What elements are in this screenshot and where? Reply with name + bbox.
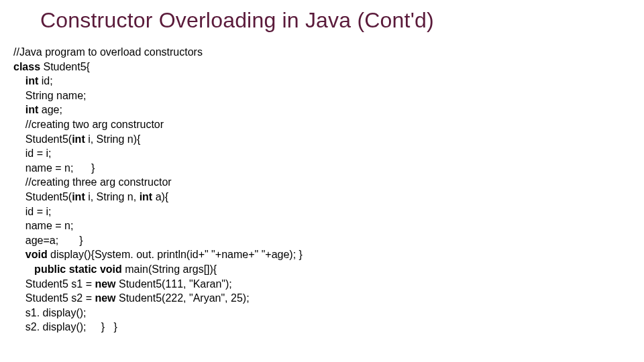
keyword-int: int (72, 133, 85, 145)
code-text: Student5( (13, 133, 72, 145)
code-text: Student5 s1 = (13, 278, 95, 290)
slide-title: Constructor Overloading in Java (Cont'd) (0, 8, 644, 33)
code-line: int id; (13, 74, 644, 88)
code-text: Student5 s2 = (13, 292, 95, 304)
code-line: s2. display(); } } (13, 320, 644, 335)
code-line: Student5 s2 = new Student5(222, "Aryan",… (13, 291, 644, 306)
code-line: //creating three arg constructor (13, 175, 644, 190)
code-text: age; (38, 104, 62, 115)
code-text: main(String args[]){ (122, 263, 217, 275)
code-line: int age; (13, 103, 644, 117)
code-text: Student5{ (40, 61, 90, 72)
keyword-public: public (13, 263, 66, 275)
code-line: void display(){System. out. println(id+"… (13, 247, 644, 262)
code-line: id = i; (13, 204, 644, 219)
code-line: class Student5{ (13, 60, 644, 74)
code-line: name = n; } (13, 161, 644, 176)
keyword-int: int (140, 191, 153, 202)
keyword-static: static (66, 263, 97, 275)
code-block: //Java program to overload constructors … (0, 45, 644, 335)
code-line: //creating two arg constructor (13, 117, 644, 132)
keyword-int: int (13, 104, 38, 115)
code-line: age=a; } (13, 233, 644, 248)
keyword-new: new (95, 292, 115, 304)
code-text: Student5(111, "Karan"); (116, 278, 232, 290)
keyword-class: class (13, 61, 40, 72)
code-line: id = i; (13, 146, 644, 161)
code-line: Student5(int i, String n){ (13, 132, 644, 147)
keyword-void: void (97, 263, 121, 275)
slide-container: Constructor Overloading in Java (Cont'd)… (0, 0, 644, 362)
keyword-int: int (72, 191, 85, 202)
code-text: i, String n){ (85, 133, 141, 145)
code-line: String name; (13, 88, 644, 103)
code-line: //Java program to overload constructors (13, 45, 644, 60)
code-text: Student5( (13, 191, 72, 202)
keyword-void: void (13, 249, 48, 260)
code-line: Student5(int i, String n, int a){ (13, 190, 644, 204)
code-line: s1. display(); (13, 306, 644, 320)
code-text: display(){System. out. println(id+" "+na… (48, 249, 303, 260)
keyword-int: int (13, 75, 38, 86)
keyword-new: new (95, 278, 115, 290)
code-text: Student5(222, "Aryan", 25); (116, 292, 250, 304)
code-text: id; (38, 75, 52, 86)
code-text: i, String n, (85, 191, 140, 202)
code-line: Student5 s1 = new Student5(111, "Karan")… (13, 277, 644, 292)
code-line: public static void main(String args[]){ (13, 262, 644, 277)
code-text: a){ (152, 191, 168, 202)
code-line: name = n; (13, 219, 644, 233)
